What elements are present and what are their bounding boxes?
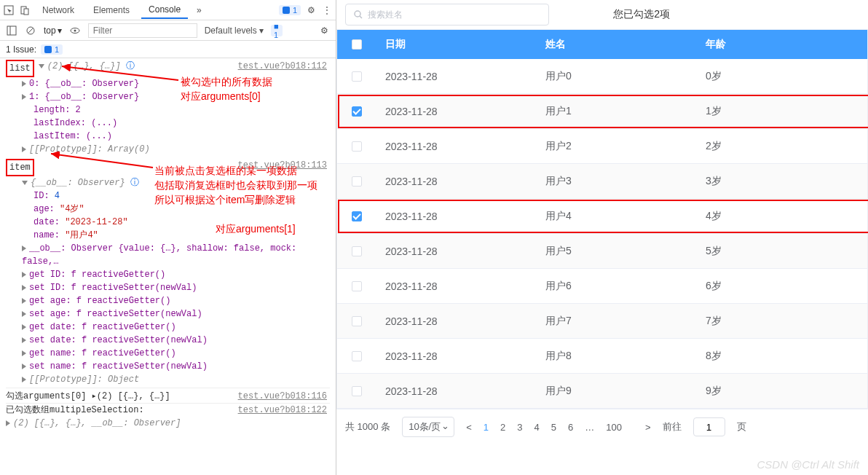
search-input[interactable]: 搜索姓名 <box>345 4 549 25</box>
page-number[interactable]: 1 <box>484 422 489 433</box>
cell-name: 用户9 <box>537 385 697 398</box>
cell-date: 2023-11-28 <box>376 246 537 257</box>
context-selector[interactable]: top ▾ <box>44 25 62 36</box>
gear-icon[interactable]: ⚙ <box>318 25 330 36</box>
page-number[interactable]: 4 <box>534 422 540 433</box>
total-count: 共 1000 条 <box>345 420 390 433</box>
table-row: 2023-11-28用户66岁 <box>337 269 867 304</box>
levels-dropdown[interactable]: Default levels ▾ <box>205 25 264 36</box>
row-checkbox[interactable] <box>352 141 362 152</box>
cell-date: 2023-11-28 <box>376 280 537 292</box>
row-checkbox[interactable] <box>352 386 362 396</box>
row-checkbox[interactable] <box>352 211 362 221</box>
cell-age: 1岁 <box>697 105 867 118</box>
svg-line-7 <box>28 28 33 34</box>
search-icon <box>353 9 363 20</box>
cell-name: 用户1 <box>537 105 697 118</box>
svg-rect-3 <box>283 7 290 14</box>
data-table: 日期 姓名 年龄 2023-11-28用户00岁2023-11-28用户11岁2… <box>336 29 868 409</box>
svg-rect-2 <box>24 9 28 15</box>
menu-icon[interactable]: ⋮ <box>321 4 333 16</box>
log-source-link[interactable]: test.vue?b018:112 <box>238 60 327 73</box>
table-row: 2023-11-28用户77岁 <box>337 304 867 339</box>
goto-input[interactable] <box>693 417 725 436</box>
tab-elements[interactable]: Elements <box>86 2 137 18</box>
console-toolbar: top ▾ Default levels ▾ ■ 1 ⚙ <box>0 20 336 41</box>
svg-point-9 <box>74 29 76 31</box>
goto-label: 前往 <box>663 420 682 433</box>
cell-date: 2023-11-28 <box>376 385 537 397</box>
cell-date: 2023-11-28 <box>376 350 537 362</box>
row-checkbox[interactable] <box>352 106 362 117</box>
page-number[interactable]: 6 <box>568 422 573 433</box>
cell-age: 2岁 <box>697 140 867 153</box>
page-number[interactable]: 5 <box>551 422 556 433</box>
row-checkbox[interactable] <box>352 281 362 291</box>
col-name: 姓名 <box>537 38 697 51</box>
cell-age: 8岁 <box>697 350 867 363</box>
table-row: 2023-11-28用户88岁 <box>337 339 867 374</box>
col-date: 日期 <box>376 38 537 51</box>
clear-icon[interactable] <box>25 25 36 36</box>
cell-age: 5岁 <box>697 245 867 258</box>
svg-line-14 <box>360 16 362 18</box>
devtools-tabs: Network Elements Console » 1 ⚙ ⋮ <box>0 0 336 20</box>
page-number: … <box>585 422 594 433</box>
cell-date: 2023-11-28 <box>376 176 537 187</box>
issues-label: 1 Issue: <box>6 44 36 55</box>
filter-input[interactable] <box>88 23 197 38</box>
selection-count: 您已勾选2项 <box>613 8 670 21</box>
cell-age: 6岁 <box>697 280 867 293</box>
select-all-checkbox[interactable] <box>352 39 362 50</box>
goto-suffix: 页 <box>737 420 746 433</box>
cell-name: 用户7 <box>537 315 697 328</box>
cell-age: 7岁 <box>697 315 867 328</box>
tabs-more[interactable]: » <box>192 2 206 18</box>
row-checkbox[interactable] <box>352 71 362 82</box>
tab-network[interactable]: Network <box>35 2 82 18</box>
table-row: 2023-11-28用户55岁 <box>337 234 867 269</box>
cell-name: 用户5 <box>537 245 697 258</box>
col-age: 年龄 <box>697 38 867 51</box>
row-checkbox[interactable] <box>352 351 362 361</box>
cell-age: 4岁 <box>697 210 867 223</box>
tab-console[interactable]: Console <box>141 1 188 19</box>
pagesize-select[interactable]: 10条/页 ⌄ <box>402 417 454 437</box>
row-checkbox[interactable] <box>352 316 362 326</box>
cell-name: 用户2 <box>537 140 697 153</box>
page-number[interactable]: 3 <box>517 422 522 433</box>
page-number[interactable]: 2 <box>500 422 505 433</box>
log-source-link[interactable]: test.vue?b018:122 <box>238 404 327 417</box>
issue-count-chip: 1 <box>41 44 63 55</box>
svg-point-13 <box>355 11 360 17</box>
table-header: 日期 姓名 年龄 <box>337 30 867 59</box>
svg-rect-10 <box>44 46 52 53</box>
row-checkbox[interactable] <box>352 176 362 187</box>
table-row: 2023-11-28用户44岁 <box>337 199 867 234</box>
pagination: 共 1000 条 10条/页 ⌄ < 123456…100 > 前往 页 <box>336 409 868 444</box>
console-output: list (2) [{…}, {…}] ⓘ test.vue?b018:112 … <box>0 58 336 475</box>
log-source-link[interactable]: test.vue?b018:116 <box>238 390 327 403</box>
cell-date: 2023-11-28 <box>376 106 537 117</box>
table-row: 2023-11-28用户99岁 <box>337 374 867 409</box>
eye-icon[interactable] <box>69 25 81 36</box>
issues-count[interactable]: ■ 1 <box>271 25 283 36</box>
devtools-panel: Network Elements Console » 1 ⚙ ⋮ top ▾ D… <box>0 0 336 475</box>
row-checkbox[interactable] <box>352 246 362 256</box>
cell-name: 用户0 <box>537 70 697 83</box>
cell-date: 2023-11-28 <box>376 315 537 327</box>
next-page-icon[interactable]: > <box>645 422 651 433</box>
table-row: 2023-11-28用户22岁 <box>337 129 867 164</box>
device-icon[interactable] <box>19 4 31 16</box>
sidebar-toggle-icon[interactable] <box>6 25 17 36</box>
cell-name: 用户4 <box>537 210 697 223</box>
issues-bar[interactable]: 1 Issue: 1 <box>0 41 336 58</box>
table-row: 2023-11-28用户11岁 <box>337 94 867 129</box>
inspect-icon[interactable] <box>3 4 15 16</box>
log-label-list: list <box>6 60 34 77</box>
settings-icon[interactable]: ⚙ <box>305 4 317 16</box>
prev-page-icon[interactable]: < <box>466 422 472 433</box>
alert-badge[interactable]: 1 <box>279 5 301 15</box>
page-number[interactable]: 100 <box>606 422 622 433</box>
log-source-link[interactable]: test.vue?b018:113 <box>238 159 327 172</box>
